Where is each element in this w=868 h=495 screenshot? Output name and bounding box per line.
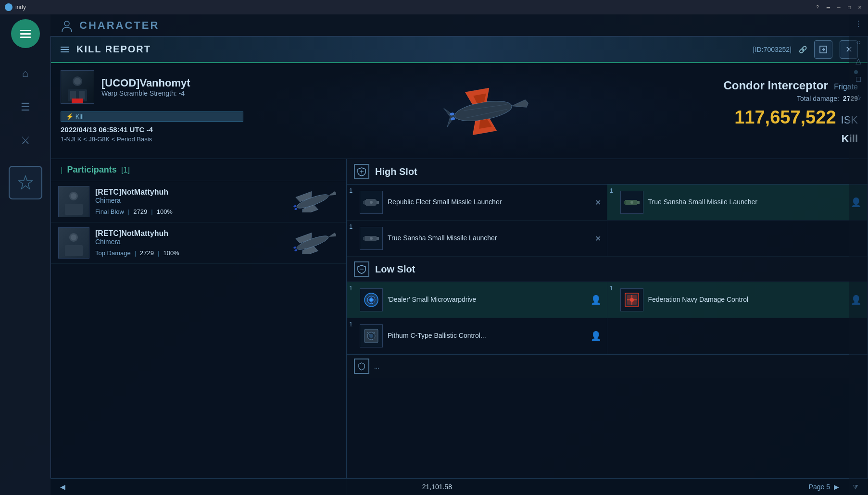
low-slot-person-1: 👤 [591, 295, 601, 305]
high-slot-shield-icon [354, 164, 369, 179]
low-slot-header: Low Slot [347, 257, 868, 282]
low-slot-icon-3 [360, 324, 383, 347]
low-slot-item-3[interactable]: 1 Pithum C-Type Ballistic Control... [347, 318, 607, 354]
close-btn[interactable]: ✕ [856, 4, 863, 11]
menu-btn[interactable]: ☰ [825, 4, 831, 11]
slot-remove-btn-1[interactable]: ✕ [595, 198, 601, 207]
slot-remove-btn-3[interactable]: ✕ [595, 234, 601, 243]
participant-ship-1: Chimera [95, 197, 280, 204]
victim-avatar [61, 70, 94, 104]
character-icon [60, 19, 74, 32]
main-menu-button[interactable] [11, 19, 40, 48]
total-damage-label: Total damage: [797, 95, 839, 102]
ballistic-control-icon [362, 327, 380, 345]
high-slots-grid: 1 Republic Fleet Small Missile [347, 185, 868, 257]
participant-item[interactable]: [RETC]NotMattyhuh Chimera Final Blow | 2… [51, 181, 346, 223]
svg-rect-29 [65, 245, 83, 256]
high-slot-icon-2 [620, 191, 643, 214]
high-slot-item-1[interactable]: 1 Republic Fleet Small Missile [347, 185, 607, 221]
svg-rect-47 [624, 201, 626, 204]
minimize-btn[interactable]: ─ [835, 4, 842, 11]
ship-stats: Condor Interceptor Frigate Total damage:… [714, 63, 868, 159]
svg-marker-0 [19, 176, 32, 189]
kill-report-panel: KILL REPORT [ID:7003252] 🔗 ✕ [50, 36, 868, 495]
bottom-bar: ◀ 21,101.58 Page 5 ▶ ⧩ [50, 478, 868, 495]
slot-name-2: True Sansha Small Missile Launcher [648, 198, 846, 207]
bottom-arrow-left[interactable]: ◀ [60, 483, 65, 491]
participant-avatar-1 [58, 186, 89, 217]
kr-menu-button[interactable] [61, 47, 69, 52]
low-slot-title: Low Slot [375, 264, 415, 275]
low-slot-person-3: 👤 [591, 331, 601, 341]
character-title: CHARACTER [79, 19, 159, 32]
victim-name: [UCOD]Vanhomyt [101, 77, 190, 89]
svg-point-30 [71, 235, 76, 240]
microwarpdrive-icon [362, 291, 380, 309]
kill-tag-text: Kill [75, 113, 84, 120]
title-bar: indy ? ☰ ─ □ ✕ [0, 0, 868, 14]
victim-info: [UCOD]Vanhomyt Warp Scramble Strength: -… [51, 63, 253, 159]
bottom-arrow-right[interactable]: ▶ [834, 483, 839, 491]
kr-title: KILL REPORT [76, 44, 746, 55]
slot-number-2: 1 [610, 187, 613, 194]
right-icon-4[interactable]: □ [856, 75, 861, 84]
right-icon-3[interactable]: △ [855, 56, 861, 65]
isk-value: 117,657,522 [734, 107, 836, 128]
low-slot-number-3: 1 [349, 321, 352, 328]
svg-rect-46 [637, 201, 640, 204]
svg-marker-23 [327, 191, 337, 197]
right-icon-5[interactable]: ☆ [855, 93, 862, 102]
participant-avatar-icon-1 [63, 188, 85, 215]
slot-number-1: 1 [349, 187, 352, 194]
kr-bottom-section: | Participants [1] [RETC]NotMattyhuh [51, 159, 868, 495]
participant-avatar-2 [58, 227, 89, 259]
maximize-btn[interactable]: □ [846, 4, 853, 11]
more-items-row: ... [347, 354, 868, 378]
kr-top-section: [UCOD]Vanhomyt Warp Scramble Strength: -… [51, 63, 868, 159]
high-slot-item-3[interactable]: 1 True Sansha Small Missile Launcher ✕ [347, 221, 607, 257]
svg-point-42 [370, 201, 373, 204]
missile-launcher-icon-2 [623, 193, 641, 211]
participant-ship-icon-1 [286, 190, 339, 214]
chimera-ship-icon-1 [288, 191, 338, 212]
svg-point-27 [294, 208, 297, 210]
right-icon-1[interactable]: ⋮ [855, 19, 862, 28]
sidebar-list-btn[interactable]: ☰ [12, 94, 38, 120]
star-icon [18, 175, 33, 190]
sidebar-star-btn[interactable] [9, 166, 42, 199]
victim-details: [UCOD]Vanhomyt Warp Scramble Strength: -… [101, 77, 190, 97]
kill-tag-icon: ⚡ [66, 113, 74, 120]
low-slot-number-1: 1 [349, 285, 352, 292]
participant-stats-1: Final Blow | 2729 | 100% [95, 208, 280, 215]
sidebar-swords-btn[interactable]: ⚔ [12, 127, 38, 154]
kr-export-button[interactable] [814, 40, 832, 59]
sidebar-home-btn[interactable]: ⌂ [12, 60, 38, 87]
svg-marker-32 [327, 232, 337, 238]
condor-ship-icon [406, 73, 560, 149]
kr-id: [ID:7003252] [753, 46, 792, 53]
svg-marker-9 [511, 99, 529, 110]
low-slot-item-1[interactable]: 1 'Dealer' Small Microwarpdrive 👤 [347, 282, 607, 318]
participant-item-2[interactable]: [RETC]NotMattyhuh Chimera Top Damage | 2… [51, 223, 346, 264]
right-icon-2[interactable]: ○ [856, 38, 861, 47]
participants-bar: | [61, 166, 63, 174]
low-slot-item-2[interactable]: 1 Federation Navy Damage Control 👤 [607, 282, 868, 318]
left-sidebar: ⌂ ☰ ⚔ [0, 14, 50, 495]
stat-label-1: Final Blow [95, 208, 124, 215]
bottom-isk-value: 21,101.58 [422, 483, 452, 491]
low-slot-icon-2 [620, 288, 643, 311]
participant-avatar-icon-2 [63, 230, 85, 256]
help-btn[interactable]: ? [814, 4, 821, 11]
high-slot-title: High Slot [375, 166, 417, 177]
avatar-placeholder-icon [65, 73, 89, 101]
low-slot-name-1: 'Dealer' Small Microwarpdrive [388, 295, 586, 305]
participant-stats-2: Top Damage | 2729 | 100% [95, 249, 280, 257]
high-slot-item-2[interactable]: 1 True Sansha Small Missile Launcher 👤 [607, 185, 868, 221]
svg-point-48 [630, 201, 633, 204]
svg-marker-10 [444, 106, 457, 127]
kr-id-icon: 🔗 [799, 46, 807, 53]
ship-type-line: Condor Interceptor Frigate [723, 79, 858, 92]
participant-info-1: [RETC]NotMattyhuh Chimera Final Blow | 2… [95, 188, 280, 215]
low-slot-name-3: Pithum C-Type Ballistic Control... [388, 331, 586, 341]
low-slot-icon-1 [360, 288, 383, 311]
